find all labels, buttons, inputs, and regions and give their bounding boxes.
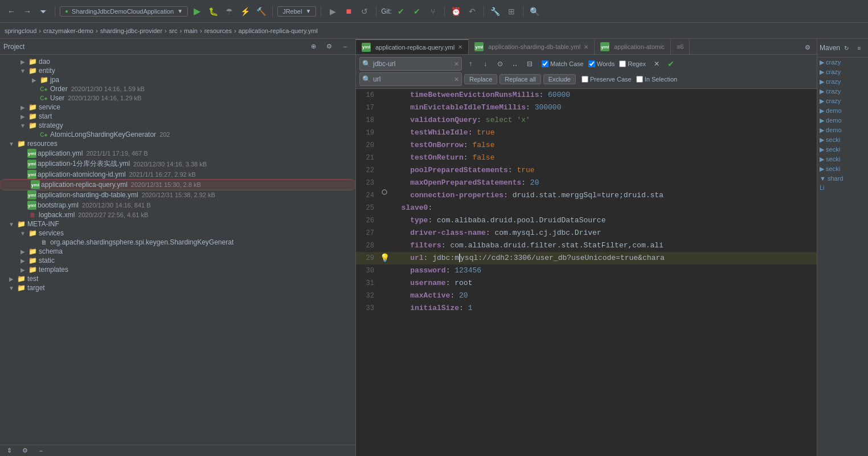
panel-expand-btn[interactable]: ⇕: [2, 444, 16, 457]
editor-settings-btn[interactable]: ⚙: [801, 40, 814, 54]
tree-item-jpa[interactable]: ▶ 📁 jpa: [0, 75, 355, 84]
tree-item-dao[interactable]: ▶ 📁 dao: [0, 57, 355, 66]
tab-close-icon[interactable]: ✕: [458, 44, 462, 50]
tree-item-target[interactable]: ▼ 📁 target: [0, 283, 355, 292]
breadcrumb-springcloud[interactable]: springcloud: [5, 27, 36, 34]
tab-replica-query[interactable]: yml application-replica-query.yml ✕: [356, 39, 469, 54]
regex-checkbox[interactable]: [619, 60, 626, 67]
git-commit-btn[interactable]: ✔: [394, 5, 408, 18]
match-case-checkbox[interactable]: [542, 60, 548, 67]
breadcrumb-src[interactable]: src: [169, 27, 178, 34]
panel-settings-btn[interactable]: ⚙: [18, 444, 32, 457]
debug-btn[interactable]: 🐛: [206, 5, 220, 18]
tree-item-bootstrap[interactable]: yml bootstrap.yml 2020/12/30 14:16, 841 …: [0, 200, 355, 210]
filter-results-btn[interactable]: ⊙: [494, 58, 506, 70]
forward-btn[interactable]: →: [21, 5, 34, 18]
breadcrumb-crazymaker[interactable]: crazymaker-demo: [43, 27, 93, 34]
tree-item-replica[interactable]: yml application-replica-query.yml 2020/1…: [0, 180, 355, 190]
replace-all-btn[interactable]: Replace all: [499, 74, 541, 84]
maven-collapse-btn[interactable]: ≡: [853, 41, 866, 55]
words-option[interactable]: Words: [588, 60, 615, 67]
match-case-option[interactable]: Match Case: [542, 60, 584, 67]
maven-item-crazy2[interactable]: ▶ crazy: [817, 67, 868, 77]
tree-item-atomiclong[interactable]: C● AtomicLongShardingKeyGenerator 202: [0, 130, 355, 139]
tree-item-logback[interactable]: 🗎 logback.xml 2020/2/27 22:56, 4.61 kB: [0, 210, 355, 219]
maven-item-li[interactable]: Li: [817, 183, 868, 192]
tree-item-resources[interactable]: ▼ 📁 resources: [0, 139, 355, 148]
tab-sharding-table[interactable]: yml application-sharding-db-table.yml ✕: [469, 39, 595, 54]
in-selection-checkbox[interactable]: [636, 76, 643, 83]
tree-item-app1[interactable]: yml application-1分库分表实战.yml 2020/12/30 1…: [0, 158, 355, 169]
coverage-btn[interactable]: ☂: [222, 5, 236, 18]
time-btn[interactable]: ⏰: [449, 5, 463, 18]
breadcrumb-main[interactable]: main: [184, 27, 198, 34]
tree-item-entity[interactable]: ▼ 📁 entity: [0, 66, 355, 75]
tab-atomic[interactable]: yml application-atomic: [595, 39, 671, 54]
back-btn[interactable]: ←: [5, 5, 18, 18]
tree-item-sharding-table[interactable]: yml application-sharding-db-table.yml 20…: [0, 190, 355, 200]
code-editor[interactable]: 16 timeBetweenEvictionRunsMillis: 60000 …: [356, 89, 817, 456]
run-btn[interactable]: ▶: [190, 5, 204, 18]
tree-item-strategy[interactable]: ▼ 📁 strategy: [0, 121, 355, 130]
jrebel-label[interactable]: JRebel ▼: [277, 6, 316, 17]
maven-item-demo3[interactable]: ▶ demo: [817, 125, 868, 135]
undo-btn[interactable]: ↶: [465, 5, 479, 18]
find-clear-btn[interactable]: ✕: [454, 60, 459, 68]
build-btn[interactable]: 🔨: [254, 5, 268, 18]
bulb-icon[interactable]: 💡: [380, 252, 390, 264]
replace-clear-btn[interactable]: ✕: [454, 76, 459, 83]
replace-input[interactable]: [373, 75, 454, 83]
tree-item-user[interactable]: C● User 2020/12/30 14:16, 1.29 kB: [0, 93, 355, 103]
regex-option[interactable]: Regex: [619, 60, 646, 67]
tree-item-static[interactable]: ▶ 📁 static: [0, 256, 355, 265]
maven-item-crazy3[interactable]: ▶ crazy: [817, 77, 868, 87]
tree-item-metainf[interactable]: ▼ 📁 META-INF: [0, 219, 355, 229]
gear-icon[interactable]: ⚙: [322, 40, 336, 54]
tree-item-application-yml[interactable]: yml application.yml 2021/1/1 17:19, 467 …: [0, 148, 355, 158]
profile-btn[interactable]: ⚡: [238, 5, 252, 18]
history-btn[interactable]: ⏷: [36, 5, 50, 18]
tab-overflow[interactable]: ≡6: [671, 39, 690, 54]
breadcrumb-file[interactable]: application-replica-query.yml: [239, 27, 318, 34]
search-everywhere-btn[interactable]: 🔍: [528, 5, 542, 18]
tree-item-test[interactable]: ▶ 📁 test: [0, 274, 355, 283]
panel-close-btn[interactable]: −: [34, 444, 48, 457]
preserve-case-option[interactable]: Preserve Case: [582, 76, 632, 83]
maven-item-crazy5[interactable]: ▶ crazy: [817, 96, 868, 106]
tree-item-spi[interactable]: 🗎 org.apache.shardingsphere.spi.keygen.S…: [0, 238, 355, 247]
maven-item-secki3[interactable]: ▶ secki: [817, 154, 868, 164]
tree-item-start[interactable]: ▶ 📁 start: [0, 112, 355, 121]
breadcrumb-provider[interactable]: sharding-jdbc-provider: [100, 27, 162, 34]
tree-item-schema[interactable]: ▶ 📁 schema: [0, 247, 355, 256]
git-update-btn[interactable]: ✔: [410, 5, 424, 18]
settings-btn[interactable]: 🔧: [489, 5, 502, 18]
run-config-selector[interactable]: ● ShardingJdbcDemoCloudApplication ▼: [60, 6, 188, 17]
restart-btn[interactable]: ↺: [358, 5, 371, 18]
find-prev-btn[interactable]: ↑: [464, 58, 477, 70]
tree-item-templates[interactable]: ▶ 📁 templates: [0, 265, 355, 274]
minimize-icon[interactable]: −: [338, 40, 352, 54]
stop-btn[interactable]: ■: [342, 5, 355, 18]
scope-btn[interactable]: ⊕: [306, 40, 320, 54]
maven-item-demo2[interactable]: ▶ demo: [817, 116, 868, 125]
git-branch-btn[interactable]: ⑂: [426, 5, 440, 18]
maven-item-secki2[interactable]: ▶ secki: [817, 145, 868, 154]
filter-btn[interactable]: ⊟: [523, 58, 536, 70]
in-selection-option[interactable]: In Selection: [636, 76, 677, 83]
find-options-btn[interactable]: ‥: [509, 58, 521, 70]
find-next-btn[interactable]: ↓: [479, 58, 492, 70]
tree-item-atomiclong-yml[interactable]: yml application-atomiclong-id.yml 2021/1…: [0, 169, 355, 180]
preserve-case-checkbox[interactable]: [582, 76, 588, 83]
maven-item-secki4[interactable]: ▶ secki: [817, 164, 868, 174]
words-checkbox[interactable]: [588, 60, 595, 67]
maven-item-demo1[interactable]: ▶ demo: [817, 106, 868, 116]
breadcrumb-resources[interactable]: resources: [204, 27, 232, 34]
close-search-btn[interactable]: ✕: [650, 58, 663, 70]
tree-item-order[interactable]: C● Order 2020/12/30 14:16, 1.59 kB: [0, 84, 355, 93]
structure-btn[interactable]: ⊞: [505, 5, 518, 18]
tree-item-service[interactable]: ▶ 📁 service: [0, 103, 355, 112]
maven-item-crazy1[interactable]: ▶ crazy: [817, 58, 868, 67]
jrebel-run-btn[interactable]: ▶: [326, 5, 339, 18]
maven-item-crazy4[interactable]: ▶ crazy: [817, 87, 868, 96]
tree-item-services[interactable]: ▼ 📁 services: [0, 229, 355, 238]
